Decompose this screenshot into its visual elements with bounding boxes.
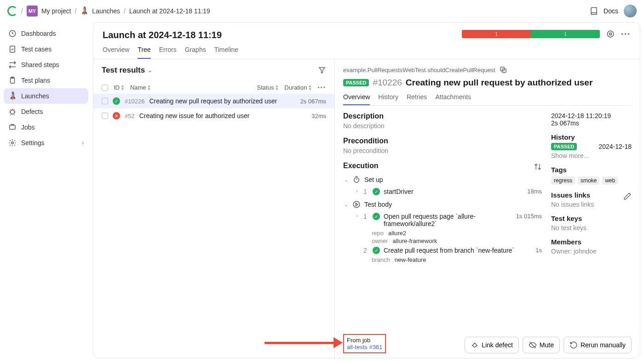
edit-icon[interactable] xyxy=(623,192,632,200)
app-logo[interactable] xyxy=(7,6,17,16)
stop-icon[interactable] xyxy=(606,30,615,38)
test-title: Creating new pull request by authorized … xyxy=(406,78,592,88)
sidebar-item-testcases[interactable]: Test cases xyxy=(4,41,88,57)
row-checkbox[interactable] xyxy=(102,98,108,104)
tab-errors[interactable]: Errors xyxy=(159,46,177,59)
breadcrumb-section[interactable]: Launches xyxy=(92,7,120,15)
columns-menu[interactable]: ••• xyxy=(317,85,326,91)
description-heading: Description xyxy=(343,112,542,120)
result-row[interactable]: ✕ #52 Creating new issue for authorized … xyxy=(93,108,334,123)
sidebar-item-defects[interactable]: Defects xyxy=(4,104,88,119)
filter-icon[interactable] xyxy=(318,66,326,74)
param-value: new-feature xyxy=(395,256,426,263)
avatar[interactable] xyxy=(624,5,637,17)
history-badge: PASSED xyxy=(551,143,577,150)
testcase-icon xyxy=(8,45,17,53)
chevron-down-icon: ⌄ xyxy=(148,67,152,74)
clipboard-icon xyxy=(8,76,17,85)
history-heading: History xyxy=(551,133,632,141)
dtab-overview[interactable]: Overview xyxy=(343,93,370,105)
dtab-retries[interactable]: Retries xyxy=(407,93,427,105)
breadcrumb-project[interactable]: My project xyxy=(41,7,71,15)
sidebar-item-dashboards[interactable]: Dashboards xyxy=(4,26,88,41)
sidebar-item-launches[interactable]: 🚀Launches xyxy=(4,88,88,104)
status-fail-count: 1 xyxy=(462,30,531,38)
step-num: 2 xyxy=(363,247,369,254)
rerun-button[interactable]: Rerun manually xyxy=(564,337,632,353)
copy-icon[interactable] xyxy=(499,66,507,74)
row-duration: 32ms xyxy=(311,113,326,119)
sidebar-label: Dashboards xyxy=(21,30,56,37)
result-row[interactable]: ✓ #10226 Creating new pull request by au… xyxy=(93,94,334,108)
dtab-attachments[interactable]: Attachments xyxy=(435,93,471,105)
results-title[interactable]: Test results ⌄ xyxy=(102,66,152,75)
status-pass-icon: ✓ xyxy=(373,213,380,220)
mute-icon xyxy=(529,341,537,349)
members-value: Owner: johndoe xyxy=(551,248,632,255)
status-bar[interactable]: 1 1 xyxy=(462,30,600,38)
show-more-link[interactable]: Show more... xyxy=(551,152,632,159)
row-checkbox[interactable] xyxy=(102,113,108,119)
param-value: allure-framework xyxy=(392,238,437,244)
jobs-icon xyxy=(8,123,17,131)
swap-icon[interactable] xyxy=(534,163,542,171)
tab-tree[interactable]: Tree xyxy=(138,46,150,59)
col-status[interactable]: Status▲▼ xyxy=(257,84,279,91)
docs-link[interactable]: Docs xyxy=(604,7,618,15)
sidebar-label: Test plans xyxy=(21,77,50,84)
dtab-history[interactable]: History xyxy=(378,93,398,105)
status-badge: PASSED xyxy=(343,79,369,86)
sidebar-label: Jobs xyxy=(21,124,35,131)
sidebar-label: Test cases xyxy=(21,45,52,53)
link-defect-button[interactable]: Link defect xyxy=(465,337,519,353)
issues-value: No issues links xyxy=(551,201,632,208)
tab-overview[interactable]: Overview xyxy=(103,46,129,59)
tag[interactable]: web xyxy=(602,176,618,185)
breadcrumb-current: Launch at 2024-12-18 11:19 xyxy=(129,7,210,15)
tab-timeline[interactable]: Timeline xyxy=(214,46,238,59)
col-name[interactable]: Name▲▼ xyxy=(130,84,252,91)
tag[interactable]: smoke xyxy=(578,176,599,185)
tabs: Overview Tree Errors Graphs Timeline xyxy=(93,40,640,59)
select-all-checkbox[interactable] xyxy=(102,85,108,91)
row-id: #52 xyxy=(125,113,135,119)
from-job-label: From job xyxy=(347,337,382,344)
sidebar-item-sharedsteps[interactable]: Shared steps xyxy=(4,57,88,73)
rerun-icon xyxy=(569,341,578,349)
topbar: / MY My project / 🚀 Launches / Launch at… xyxy=(0,0,644,22)
collapse-icon[interactable]: ⌄ xyxy=(343,202,349,208)
project-badge[interactable]: MY xyxy=(27,6,38,17)
sidebar-item-jobs[interactable]: Jobs xyxy=(4,119,88,135)
precondition-value: No precondition xyxy=(343,147,542,154)
mute-button[interactable]: Mute xyxy=(523,337,560,353)
col-id[interactable]: ID▲▼ xyxy=(114,84,125,91)
rocket-icon: 🚀 xyxy=(80,7,88,15)
testbody-heading: Test body xyxy=(364,201,392,208)
sidebar-label: Defects xyxy=(21,108,43,115)
bug-icon xyxy=(8,107,17,116)
svg-point-4 xyxy=(11,110,15,114)
history-date: 2024-12-18 xyxy=(598,143,632,150)
sidebar-item-testplans[interactable]: Test plans xyxy=(4,73,88,88)
tag[interactable]: regress xyxy=(551,176,575,185)
sidebar-item-settings[interactable]: Settings› xyxy=(4,135,88,151)
status-fail-icon: ✕ xyxy=(113,112,120,119)
expand-icon[interactable]: › xyxy=(354,213,360,218)
col-duration[interactable]: Duration▲▼ xyxy=(284,84,312,91)
dashboard-icon xyxy=(8,29,17,38)
timer-icon xyxy=(352,175,361,184)
timestamp: 2024-12-18 11:20:19 xyxy=(551,112,632,119)
from-job-link[interactable]: all-tests #361 xyxy=(347,344,382,351)
tab-graphs[interactable]: Graphs xyxy=(185,46,206,59)
step-num: 1 xyxy=(363,188,369,195)
test-id: #10226 xyxy=(373,78,402,88)
row-name: Creating new pull request by authorized … xyxy=(149,97,295,105)
expand-icon[interactable]: › xyxy=(354,188,360,193)
svg-point-7 xyxy=(608,31,614,37)
collapse-icon[interactable]: ⌄ xyxy=(343,177,349,183)
more-icon[interactable]: ••• xyxy=(621,30,631,38)
sidebar: Dashboards Test cases Shared steps Test … xyxy=(0,22,92,362)
step-duration: 18ms xyxy=(527,188,542,195)
param-key: owner xyxy=(372,238,388,244)
step-duration: 1s xyxy=(535,247,542,254)
